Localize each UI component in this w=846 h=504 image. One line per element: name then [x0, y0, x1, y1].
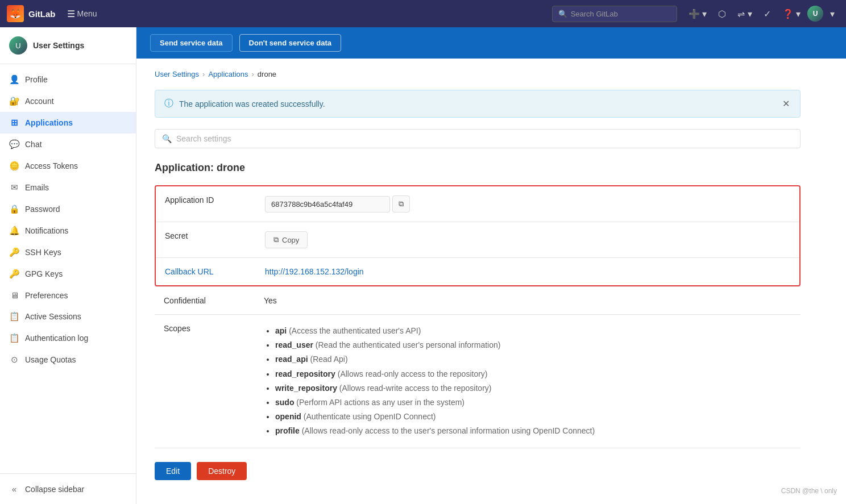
- sidebar-item-account[interactable]: 🔐 Account: [0, 90, 136, 112]
- scopes-list: api (Access the authenticated user's API…: [264, 324, 794, 439]
- todos-button[interactable]: ✓: [759, 5, 776, 23]
- no-send-service-data-button[interactable]: Don't send service data: [239, 34, 341, 52]
- info-icon: ⓘ: [164, 98, 173, 110]
- breadcrumb-sep-2: ›: [252, 70, 254, 78]
- watermark: CSDN @the \ only: [781, 487, 837, 495]
- sidebar-item-active-sessions[interactable]: 📋 Active Sessions: [0, 306, 136, 327]
- sidebar-item-access-tokens[interactable]: 🪙 Access Tokens: [0, 155, 136, 177]
- breadcrumb-applications[interactable]: Applications: [208, 70, 248, 78]
- notifications-icon: 🔔: [9, 226, 19, 236]
- sidebar-header: U User Settings: [0, 27, 136, 64]
- sidebar-nav: 👤 Profile 🔐 Account ⊞ Applications 💬 Cha…: [0, 64, 136, 375]
- emails-icon: ✉: [9, 182, 19, 193]
- search-icon: 🔍: [558, 10, 567, 18]
- sidebar-item-gpg-keys[interactable]: 🔑 GPG Keys: [0, 263, 136, 285]
- logo[interactable]: 🦊 GitLab: [7, 5, 56, 22]
- auth-log-icon: 📋: [9, 333, 19, 343]
- usage-quotas-icon: ⊙: [9, 355, 19, 365]
- callback-url-link[interactable]: http://192.168.152.132/login: [265, 267, 364, 276]
- sidebar-item-chat[interactable]: 💬 Chat: [0, 134, 136, 155]
- access-tokens-icon: 🪙: [9, 161, 19, 171]
- create-new-button[interactable]: ➕ ▾: [684, 5, 711, 23]
- sidebar-item-usage-quotas[interactable]: ⊙ Usage Quotas: [0, 349, 136, 370]
- breadcrumb-user-settings[interactable]: User Settings: [155, 70, 199, 78]
- list-item: write_repository (Allows read-write acce…: [275, 381, 794, 395]
- sidebar-title: User Settings: [33, 41, 84, 50]
- app-details-table-highlighted: Application ID ⧉ Secret: [156, 186, 799, 285]
- destroy-button[interactable]: Destroy: [197, 462, 247, 480]
- app-id-label: Application ID: [156, 186, 258, 222]
- search-settings-input[interactable]: [176, 134, 793, 143]
- actions-row: Edit Destroy: [155, 462, 801, 498]
- sidebar-item-label: Authentication log: [25, 334, 88, 343]
- avatar[interactable]: U: [807, 6, 823, 22]
- issues-button[interactable]: ⬡: [714, 5, 731, 23]
- menu-button[interactable]: ☰ Menu: [63, 6, 102, 22]
- search-bar[interactable]: 🔍: [552, 6, 677, 22]
- callback-label: Callback URL: [156, 258, 258, 286]
- list-item: api (Access the authenticated user's API…: [275, 324, 794, 338]
- app-id-copy-button[interactable]: ⧉: [392, 195, 410, 213]
- sidebar-item-preferences[interactable]: 🖥 Preferences: [0, 285, 136, 306]
- sidebar-item-applications[interactable]: ⊞ Applications: [0, 112, 136, 134]
- secret-copy-label: Copy: [282, 236, 299, 244]
- app-id-value-cell: ⧉: [258, 186, 799, 222]
- sidebar-item-label: Notifications: [25, 226, 68, 235]
- table-row-scopes: Scopes api (Access the authenticated use…: [155, 315, 801, 448]
- list-item: read_user (Read the authenticated user's…: [275, 338, 794, 352]
- table-row-callback: Callback URL http://192.168.152.132/logi…: [156, 258, 799, 286]
- active-sessions-icon: 📋: [9, 311, 19, 322]
- scopes-value: api (Access the authenticated user's API…: [257, 315, 801, 448]
- sidebar-item-label: Chat: [25, 140, 42, 149]
- table-row-confidential: Confidential Yes: [155, 287, 801, 315]
- sidebar-item-password[interactable]: 🔒 Password: [0, 198, 136, 220]
- search-input[interactable]: [571, 10, 671, 18]
- sidebar-item-auth-log[interactable]: 📋 Authentication log: [0, 327, 136, 349]
- merge-requests-button[interactable]: ⇌ ▾: [733, 5, 756, 23]
- list-item: read_api (Read Api): [275, 352, 794, 366]
- search-settings-icon: 🔍: [162, 134, 172, 143]
- sidebar-item-label: Profile: [25, 75, 48, 84]
- sidebar-item-label: Applications: [25, 118, 73, 127]
- success-alert: ⓘ The application was created successful…: [155, 90, 801, 118]
- service-banner: Send service data Don't send service dat…: [136, 27, 846, 59]
- sidebar-item-notifications[interactable]: 🔔 Notifications: [0, 220, 136, 241]
- alert-close-button[interactable]: ✕: [781, 97, 791, 110]
- send-service-data-button[interactable]: Send service data: [150, 34, 233, 52]
- password-icon: 🔒: [9, 204, 19, 214]
- app-id-field: ⧉: [265, 195, 793, 213]
- secret-copy-button[interactable]: ⧉ Copy: [265, 231, 308, 248]
- user-menu-button[interactable]: ▾: [826, 5, 839, 23]
- account-icon: 🔐: [9, 96, 19, 106]
- app-id-input[interactable]: [265, 196, 390, 213]
- gitlab-logo-icon: 🦊: [7, 5, 24, 22]
- edit-button[interactable]: Edit: [155, 462, 191, 480]
- breadcrumb-sep-1: ›: [202, 70, 205, 78]
- sidebar-bottom: « Collapse sidebar: [0, 473, 136, 504]
- search-settings-bar[interactable]: 🔍: [155, 129, 801, 148]
- applications-icon: ⊞: [9, 118, 19, 128]
- list-item: sudo (Perform API actions as any user in…: [275, 395, 794, 410]
- content-area: User Settings › Applications › drone ⓘ T…: [136, 59, 819, 504]
- menu-label: Menu: [77, 9, 97, 18]
- sidebar-item-emails[interactable]: ✉ Emails: [0, 177, 136, 198]
- preferences-icon: 🖥: [9, 290, 19, 300]
- sidebar-collapse-item[interactable]: « Collapse sidebar: [0, 478, 136, 499]
- sidebar-item-label: Password: [25, 205, 60, 214]
- main-content: Send service data Don't send service dat…: [136, 27, 846, 504]
- copy-secret-icon: ⧉: [273, 235, 279, 244]
- confidential-label: Confidential: [155, 287, 257, 315]
- callback-value-cell: http://192.168.152.132/login: [258, 258, 799, 286]
- divider-2: [155, 448, 801, 448]
- sidebar-item-label: Active Sessions: [25, 312, 81, 321]
- sidebar-item-label: GPG Keys: [25, 269, 63, 278]
- sidebar-item-label: Account: [25, 97, 54, 106]
- sidebar: U User Settings 👤 Profile 🔐 Account ⊞ Ap…: [0, 27, 136, 504]
- help-button[interactable]: ❓ ▾: [778, 5, 805, 23]
- sidebar-item-label: Access Tokens: [25, 161, 78, 170]
- sidebar-item-ssh-keys[interactable]: 🔑 SSH Keys: [0, 241, 136, 263]
- nav-icons: ➕ ▾ ⬡ ⇌ ▾ ✓ ❓ ▾ U ▾: [684, 5, 839, 23]
- sidebar-bottom-label: Collapse sidebar: [25, 485, 84, 494]
- sidebar-item-profile[interactable]: 👤 Profile: [0, 69, 136, 90]
- secret-label: Secret: [156, 222, 258, 258]
